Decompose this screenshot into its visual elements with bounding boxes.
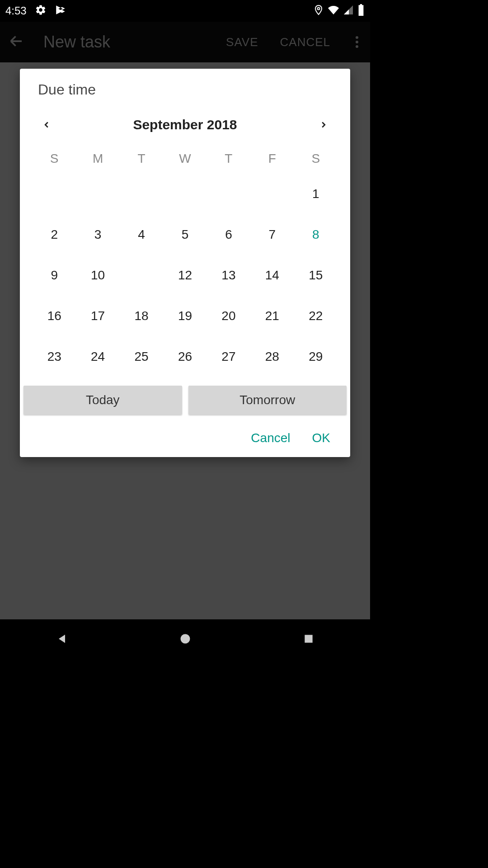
- dialog-title: Due time: [20, 81, 350, 98]
- svg-point-0: [318, 8, 320, 10]
- day-cell[interactable]: 22: [294, 301, 338, 331]
- day-cell[interactable]: 1: [294, 179, 338, 209]
- week-header: SMTWTFS: [20, 151, 350, 166]
- signal-icon: [343, 5, 354, 17]
- battery-icon: [357, 4, 365, 18]
- day-cell-empty: [120, 179, 163, 209]
- day-cell[interactable]: 7: [250, 219, 294, 250]
- day-cell[interactable]: 28: [250, 341, 294, 372]
- day-cell[interactable]: 8: [294, 219, 338, 250]
- status-bar: 4:53: [0, 0, 370, 22]
- day-cell-empty: [250, 179, 294, 209]
- dialog-ok-button[interactable]: OK: [312, 431, 330, 445]
- playstore-icon: [55, 4, 66, 18]
- navigation-bar: [0, 619, 370, 658]
- day-cell[interactable]: 17: [76, 301, 119, 331]
- quick-select-row: Today Tomorrow: [20, 386, 350, 415]
- status-time: 4:53: [5, 5, 27, 17]
- week-day-label: T: [207, 151, 250, 166]
- svg-rect-2: [305, 635, 312, 642]
- day-cell[interactable]: 3: [76, 219, 119, 250]
- day-cell[interactable]: 4: [120, 219, 163, 250]
- day-cell[interactable]: 5: [163, 219, 206, 250]
- prev-month-icon[interactable]: [38, 116, 55, 133]
- day-cell[interactable]: 20: [207, 301, 250, 331]
- dialog-actions: Cancel OK: [20, 425, 350, 451]
- day-cell-empty: [76, 179, 119, 209]
- next-month-icon[interactable]: [315, 116, 332, 133]
- week-day-label: M: [76, 151, 119, 166]
- week-day-label: S: [294, 151, 338, 166]
- week-day-label: W: [163, 151, 206, 166]
- status-left: 4:53: [5, 4, 66, 18]
- day-cell[interactable]: 24: [76, 341, 119, 372]
- day-cell[interactable]: 10: [76, 260, 119, 291]
- day-cell[interactable]: 18: [120, 301, 163, 331]
- location-icon: [313, 5, 324, 17]
- day-cell[interactable]: 29: [294, 341, 338, 372]
- day-cell-empty: [207, 179, 250, 209]
- svg-point-1: [180, 634, 190, 644]
- nav-back-icon[interactable]: [44, 630, 80, 648]
- calendar-grid: 1234567891011121314151617181920212223242…: [20, 179, 350, 372]
- week-day-label: T: [120, 151, 163, 166]
- day-cell-empty: [33, 179, 76, 209]
- day-cell[interactable]: 13: [207, 260, 250, 291]
- week-day-label: S: [33, 151, 76, 166]
- day-cell-empty: [163, 179, 206, 209]
- day-cell[interactable]: 11: [120, 260, 163, 291]
- day-cell[interactable]: 26: [163, 341, 206, 372]
- nav-recent-icon[interactable]: [291, 630, 327, 648]
- day-cell[interactable]: 2: [33, 219, 76, 250]
- month-navigation: September 2018: [20, 116, 350, 133]
- day-cell[interactable]: 25: [120, 341, 163, 372]
- day-cell[interactable]: 12: [163, 260, 206, 291]
- day-cell[interactable]: 14: [250, 260, 294, 291]
- day-cell[interactable]: 21: [250, 301, 294, 331]
- date-picker-dialog: Due time September 2018 SMTWTFS 12345678…: [20, 69, 350, 457]
- gear-icon: [35, 4, 47, 18]
- dialog-cancel-button[interactable]: Cancel: [251, 431, 290, 445]
- today-button[interactable]: Today: [23, 386, 182, 415]
- day-cell[interactable]: 23: [33, 341, 76, 372]
- month-label: September 2018: [133, 117, 237, 132]
- tomorrow-button[interactable]: Tomorrow: [188, 386, 347, 415]
- day-cell[interactable]: 16: [33, 301, 76, 331]
- wifi-icon: [328, 5, 339, 17]
- nav-home-icon[interactable]: [167, 630, 203, 648]
- day-cell[interactable]: 6: [207, 219, 250, 250]
- day-cell[interactable]: 15: [294, 260, 338, 291]
- day-cell[interactable]: 9: [33, 260, 76, 291]
- day-cell[interactable]: 19: [163, 301, 206, 331]
- status-right: [313, 4, 365, 18]
- day-cell[interactable]: 27: [207, 341, 250, 372]
- week-day-label: F: [250, 151, 294, 166]
